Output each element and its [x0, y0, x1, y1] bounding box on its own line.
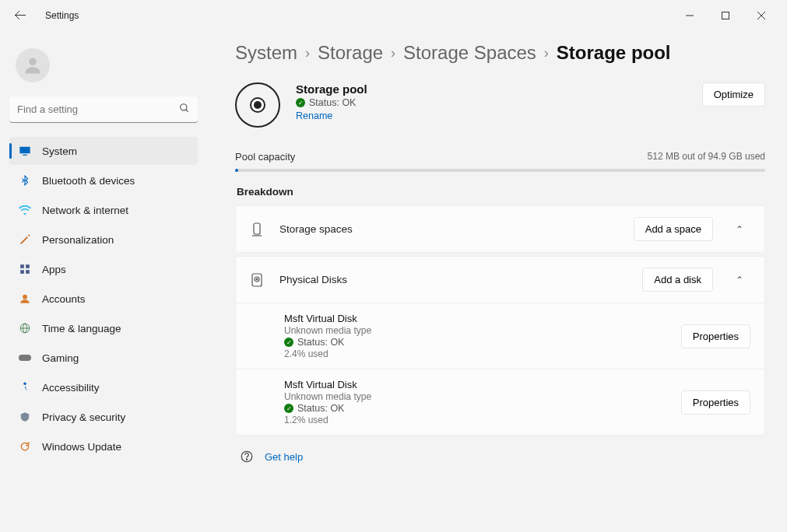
- minimize-button[interactable]: [672, 3, 708, 28]
- add-space-button[interactable]: Add a space: [634, 217, 713, 241]
- sidebar: SystemBluetooth & devicesNetwork & inter…: [0, 31, 207, 532]
- svg-rect-11: [20, 270, 24, 274]
- sidebar-item-bluetooth-devices[interactable]: Bluetooth & devices: [9, 166, 198, 194]
- accounts-icon: [19, 292, 31, 305]
- sidebar-item-label: Personalization: [42, 234, 114, 246]
- svg-rect-17: [19, 355, 31, 361]
- back-button[interactable]: 🡠: [8, 5, 33, 26]
- disk-media: Unknown media type: [284, 391, 670, 402]
- sidebar-item-personalization[interactable]: Personalization: [9, 226, 198, 254]
- physical-disks-icon: [250, 273, 264, 287]
- disk-row: Msft Virtual Disk Unknown media type ✓St…: [236, 303, 764, 369]
- search-icon: [179, 103, 190, 117]
- optimize-button[interactable]: Optimize: [702, 82, 765, 107]
- status-ok-icon: ✓: [296, 98, 305, 107]
- svg-point-5: [181, 104, 187, 110]
- rename-link[interactable]: Rename: [296, 110, 332, 121]
- svg-rect-9: [20, 264, 24, 268]
- breadcrumb: System › Storage › Storage Spaces › Stor…: [235, 42, 765, 64]
- sidebar-item-label: Network & internet: [42, 205, 128, 216]
- svg-rect-10: [26, 264, 30, 268]
- disk-status: Status: OK: [297, 403, 344, 414]
- disk-used: 1.2% used: [284, 415, 670, 425]
- sidebar-item-accessibility[interactable]: Accessibility: [9, 373, 198, 401]
- chevron-right-icon: ›: [391, 45, 395, 61]
- svg-rect-8: [23, 155, 26, 156]
- breadcrumb-storage-spaces[interactable]: Storage Spaces: [403, 42, 536, 64]
- titlebar: 🡠 Settings: [0, 0, 787, 31]
- svg-rect-1: [722, 12, 729, 19]
- page-title: Storage pool: [296, 82, 367, 96]
- chevron-right-icon: ›: [305, 45, 310, 61]
- sidebar-item-windows-update[interactable]: Windows Update: [9, 432, 198, 460]
- help-icon: [240, 450, 254, 464]
- sidebar-item-label: Apps: [42, 264, 66, 275]
- breadcrumb-storage[interactable]: Storage: [318, 42, 383, 64]
- capacity-progress: [235, 169, 765, 172]
- windows-update-icon: [19, 440, 31, 453]
- disk-properties-button[interactable]: Properties: [681, 324, 750, 348]
- svg-point-18: [23, 383, 26, 386]
- network-internet-icon: [19, 204, 31, 216]
- system-icon: [19, 145, 31, 157]
- maximize-button[interactable]: [708, 3, 743, 28]
- svg-rect-12: [26, 270, 30, 274]
- close-button[interactable]: [743, 3, 779, 28]
- svg-rect-7: [19, 147, 30, 154]
- search-box[interactable]: [9, 96, 198, 123]
- disk-name: Msft Virtual Disk: [284, 379, 670, 390]
- capacity-label: Pool capacity: [235, 151, 295, 163]
- physical-disks-title: Physical Disks: [279, 274, 627, 285]
- disk-row: Msft Virtual Disk Unknown media type ✓St…: [236, 369, 764, 435]
- chevron-up-icon[interactable]: ⌃: [729, 224, 750, 235]
- capacity-usage: 512 MB out of 94.9 GB used: [648, 151, 765, 163]
- disk-properties-button[interactable]: Properties: [681, 390, 750, 415]
- chevron-right-icon: ›: [544, 45, 549, 61]
- sidebar-item-privacy-security[interactable]: Privacy & security: [9, 403, 198, 431]
- disk-status: Status: OK: [297, 337, 344, 348]
- disk-name: Msft Virtual Disk: [284, 313, 670, 324]
- main-content: System › Storage › Storage Spaces › Stor…: [207, 31, 787, 532]
- sidebar-item-label: System: [42, 145, 77, 157]
- sidebar-item-accounts[interactable]: Accounts: [9, 285, 198, 313]
- sidebar-item-network-internet[interactable]: Network & internet: [9, 196, 198, 224]
- chevron-up-icon[interactable]: ⌃: [729, 275, 750, 285]
- search-input[interactable]: [9, 96, 198, 123]
- disk-media: Unknown media type: [284, 325, 670, 336]
- storage-spaces-icon: [250, 222, 264, 236]
- add-disk-button[interactable]: Add a disk: [642, 268, 713, 292]
- svg-line-6: [186, 110, 188, 112]
- sidebar-item-label: Time & language: [42, 323, 121, 334]
- app-title: Settings: [45, 10, 79, 21]
- storage-spaces-panel: Storage spaces Add a space ⌃: [235, 205, 765, 253]
- physical-disks-panel: Physical Disks Add a disk ⌃ Msft Virtual…: [235, 256, 765, 436]
- apps-icon: [19, 263, 31, 275]
- disk-used: 2.4% used: [284, 348, 670, 359]
- sidebar-item-label: Windows Update: [42, 441, 121, 453]
- svg-point-25: [246, 459, 247, 460]
- personalization-icon: [19, 233, 31, 246]
- avatar[interactable]: [16, 48, 50, 82]
- breadcrumb-current: Storage pool: [557, 42, 671, 64]
- status-ok-icon: ✓: [284, 404, 293, 413]
- breadcrumb-system[interactable]: System: [235, 42, 297, 64]
- time-language-icon: [19, 322, 31, 334]
- sidebar-item-label: Accessibility: [42, 382, 100, 394]
- svg-point-4: [29, 58, 36, 65]
- status-text: Status: OK: [309, 97, 356, 108]
- sidebar-item-system[interactable]: System: [9, 137, 198, 165]
- status-line: ✓ Status: OK: [296, 97, 367, 108]
- storage-pool-icon: [235, 82, 280, 128]
- storage-spaces-title: Storage spaces: [279, 223, 618, 235]
- sidebar-item-label: Accounts: [42, 293, 86, 305]
- svg-point-23: [256, 278, 258, 280]
- sidebar-item-apps[interactable]: Apps: [9, 255, 198, 283]
- pool-capacity: Pool capacity 512 MB out of 94.9 GB used: [235, 151, 765, 172]
- sidebar-item-label: Gaming: [42, 352, 79, 364]
- status-ok-icon: ✓: [284, 338, 293, 347]
- bluetooth-devices-icon: [19, 174, 31, 187]
- sidebar-item-gaming[interactable]: Gaming: [9, 344, 198, 372]
- get-help-link[interactable]: Get help: [265, 451, 303, 463]
- breakdown-label: Breakdown: [237, 186, 765, 198]
- sidebar-item-time-language[interactable]: Time & language: [9, 314, 198, 342]
